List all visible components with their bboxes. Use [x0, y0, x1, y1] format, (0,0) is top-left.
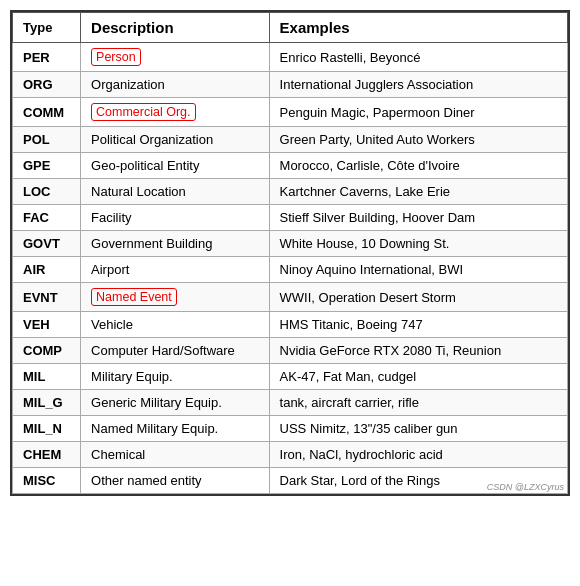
cell-description: Vehicle: [81, 312, 269, 338]
table-row: ORGOrganizationInternational Jugglers As…: [13, 72, 568, 98]
cell-type: COMP: [13, 338, 81, 364]
cell-type: VEH: [13, 312, 81, 338]
cell-examples: Nvidia GeForce RTX 2080 Ti, Reunion: [269, 338, 567, 364]
cell-description: Generic Military Equip.: [81, 390, 269, 416]
cell-description: Organization: [81, 72, 269, 98]
col-header-type: Type: [13, 13, 81, 43]
table-row: AIRAirportNinoy Aquino International, BW…: [13, 257, 568, 283]
table-row: MIL_GGeneric Military Equip.tank, aircra…: [13, 390, 568, 416]
cell-examples: HMS Titanic, Boeing 747: [269, 312, 567, 338]
cell-examples: Kartchner Caverns, Lake Erie: [269, 179, 567, 205]
table-row: MILMilitary Equip.AK-47, Fat Man, cudgel: [13, 364, 568, 390]
table-row: LOCNatural LocationKartchner Caverns, La…: [13, 179, 568, 205]
cell-description: Commercial Org.: [81, 98, 269, 127]
cell-description: Named Military Equip.: [81, 416, 269, 442]
cell-description: Computer Hard/Software: [81, 338, 269, 364]
cell-type: POL: [13, 127, 81, 153]
highlighted-description: Named Event: [91, 288, 177, 306]
table-row: VEHVehicleHMS Titanic, Boeing 747: [13, 312, 568, 338]
table-row: FACFacilityStieff Silver Building, Hoove…: [13, 205, 568, 231]
table-row: COMPComputer Hard/SoftwareNvidia GeForce…: [13, 338, 568, 364]
cell-description: Other named entity: [81, 468, 269, 494]
cell-type: ORG: [13, 72, 81, 98]
cell-type: CHEM: [13, 442, 81, 468]
cell-examples: Stieff Silver Building, Hoover Dam: [269, 205, 567, 231]
cell-description: Person: [81, 43, 269, 72]
table-header-row: Type Description Examples: [13, 13, 568, 43]
cell-type: FAC: [13, 205, 81, 231]
cell-examples: USS Nimitz, 13"/35 caliber gun: [269, 416, 567, 442]
cell-description: Government Building: [81, 231, 269, 257]
cell-examples: Iron, NaCl, hydrochloric acid: [269, 442, 567, 468]
cell-description: Geo-political Entity: [81, 153, 269, 179]
cell-description: Military Equip.: [81, 364, 269, 390]
cell-description: Named Event: [81, 283, 269, 312]
cell-examples: Enrico Rastelli, Beyoncé: [269, 43, 567, 72]
cell-examples: White House, 10 Downing St.: [269, 231, 567, 257]
table-row: COMMCommercial Org.Penguin Magic, Paperm…: [13, 98, 568, 127]
cell-description: Airport: [81, 257, 269, 283]
table-row: EVNTNamed EventWWII, Operation Desert St…: [13, 283, 568, 312]
cell-type: EVNT: [13, 283, 81, 312]
cell-type: MIL: [13, 364, 81, 390]
cell-description: Facility: [81, 205, 269, 231]
cell-type: COMM: [13, 98, 81, 127]
cell-examples: tank, aircraft carrier, rifle: [269, 390, 567, 416]
entity-type-table: Type Description Examples PERPersonEnric…: [10, 10, 570, 496]
cell-examples: Green Party, United Auto Workers: [269, 127, 567, 153]
highlighted-description: Commercial Org.: [91, 103, 195, 121]
cell-description: Political Organization: [81, 127, 269, 153]
cell-examples: AK-47, Fat Man, cudgel: [269, 364, 567, 390]
cell-type: LOC: [13, 179, 81, 205]
watermark-text: CSDN @LZXCyrus: [487, 482, 564, 492]
cell-type: MIL_N: [13, 416, 81, 442]
table-row: CHEMChemicalIron, NaCl, hydrochloric aci…: [13, 442, 568, 468]
cell-examples: Morocco, Carlisle, Côte d'Ivoire: [269, 153, 567, 179]
cell-type: MISC: [13, 468, 81, 494]
col-header-description: Description: [81, 13, 269, 43]
cell-type: PER: [13, 43, 81, 72]
cell-type: GOVT: [13, 231, 81, 257]
table-row: GOVTGovernment BuildingWhite House, 10 D…: [13, 231, 568, 257]
cell-description: Chemical: [81, 442, 269, 468]
cell-examples: WWII, Operation Desert Storm: [269, 283, 567, 312]
cell-examples: Penguin Magic, Papermoon Diner: [269, 98, 567, 127]
table-row: GPEGeo-political EntityMorocco, Carlisle…: [13, 153, 568, 179]
cell-examples: International Jugglers Association: [269, 72, 567, 98]
cell-description: Natural Location: [81, 179, 269, 205]
table-row: MISCOther named entityDark Star, Lord of…: [13, 468, 568, 494]
table-row: PERPersonEnrico Rastelli, Beyoncé: [13, 43, 568, 72]
cell-type: AIR: [13, 257, 81, 283]
highlighted-description: Person: [91, 48, 141, 66]
col-header-examples: Examples: [269, 13, 567, 43]
cell-type: GPE: [13, 153, 81, 179]
table-row: POLPolitical OrganizationGreen Party, Un…: [13, 127, 568, 153]
cell-type: MIL_G: [13, 390, 81, 416]
table-row: MIL_NNamed Military Equip.USS Nimitz, 13…: [13, 416, 568, 442]
cell-examples: Ninoy Aquino International, BWI: [269, 257, 567, 283]
